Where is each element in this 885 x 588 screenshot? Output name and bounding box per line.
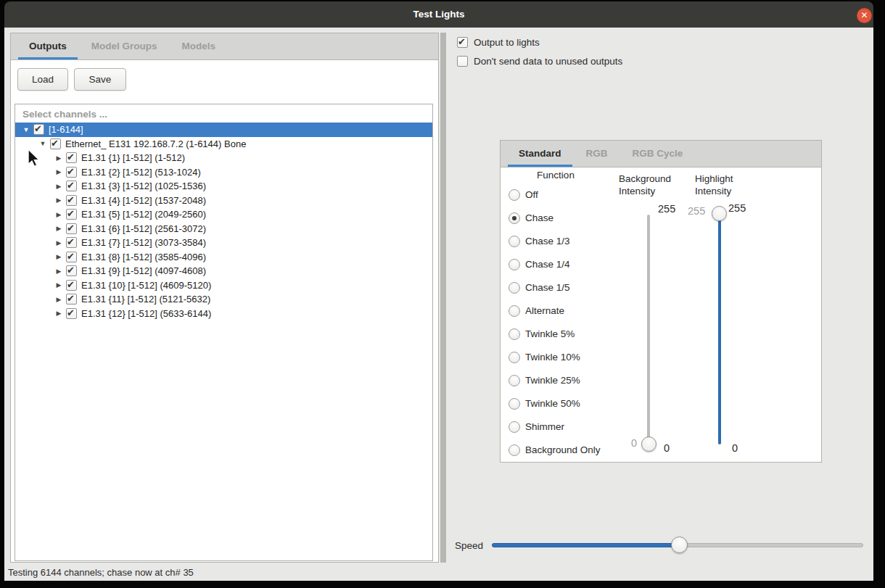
checkbox-unchecked[interactable]	[457, 56, 468, 67]
expander-collapsed-icon[interactable]: ▶	[54, 310, 64, 317]
radio-label: Off	[525, 189, 538, 200]
expander-collapsed-icon[interactable]: ▶	[54, 239, 64, 247]
checkbox-checked[interactable]: ✔	[50, 138, 61, 149]
checkbox-checked[interactable]: ✔	[66, 265, 77, 276]
check-icon: ✔	[67, 166, 75, 177]
radio-alternate[interactable]: Alternate	[509, 305, 564, 317]
expander-collapsed-icon[interactable]: ▶	[54, 196, 64, 204]
background-intensity-slider[interactable]	[647, 215, 650, 445]
expander-collapsed-icon[interactable]: ▶	[54, 281, 64, 289]
tab-model-groups[interactable]: Model Groups	[79, 33, 170, 59]
radio-off[interactable]: Off	[509, 189, 538, 201]
expander-collapsed-icon[interactable]: ▶	[54, 268, 64, 275]
background-intensity-label: Background Intensity	[619, 173, 671, 197]
checkbox-checked[interactable]: ✔	[33, 124, 44, 135]
tab-models[interactable]: Models	[170, 33, 229, 59]
checkbox-checked[interactable]: ✔	[457, 37, 468, 48]
expander-collapsed-icon[interactable]: ▶	[54, 183, 64, 190]
expander-collapsed-icon[interactable]: ▶	[54, 168, 64, 175]
label-line: Intensity	[695, 185, 733, 197]
radio-chase-1-5[interactable]: Chase 1/5	[509, 281, 570, 294]
load-button[interactable]: Load	[17, 68, 68, 91]
checkbox-checked[interactable]: ✔	[66, 294, 77, 305]
expander-expanded-icon[interactable]: ▼	[38, 140, 48, 147]
check-icon: ✔	[458, 36, 466, 47]
tree-row[interactable]: ▶ ✔ E1.31 {4} [1-512] (1537-2048)	[15, 194, 432, 208]
tab-rgb-cycle[interactable]: RGB Cycle	[620, 141, 696, 167]
expander-collapsed-icon[interactable]: ▶	[54, 296, 64, 303]
close-button[interactable]: ✕	[857, 8, 872, 23]
tab-standard[interactable]: Standard	[506, 141, 574, 167]
background-slider-thumb[interactable]	[641, 436, 656, 452]
tree-header: Select channels ...	[15, 104, 432, 123]
tree-row[interactable]: ▶ ✔ E1.31 {12} [1-512] (5633-6144)	[15, 307, 432, 321]
checkbox-checked[interactable]: ✔	[66, 195, 77, 206]
checkbox-checked[interactable]: ✔	[66, 152, 77, 163]
background-slider-min: 0	[664, 442, 670, 454]
check-icon: ✔	[67, 307, 75, 318]
checkbox-checked[interactable]: ✔	[66, 223, 77, 234]
unused-outputs-checkbox[interactable]: Don't send data to unused outputs	[455, 55, 622, 67]
radio-icon	[509, 421, 520, 433]
channel-tree[interactable]: Select channels ... ▼ ✔ [1-6144] ▼ ✔ Eth…	[15, 104, 433, 561]
radio-background-only[interactable]: Background Only	[509, 444, 601, 456]
tree-row[interactable]: ▶ ✔ E1.31 {6} [1-512] (2561-3072)	[15, 222, 432, 236]
radio-shimmer[interactable]: Shimmer	[509, 421, 564, 433]
radio-twinkle-10[interactable]: Twinkle 10%	[509, 351, 580, 363]
tree-row-label: Ethernet_ E131 192.168.7.2 (1-6144) Bone	[65, 138, 246, 149]
radio-chase-1-3[interactable]: Chase 1/3	[509, 235, 570, 247]
checkbox-checked[interactable]: ✔	[66, 237, 77, 248]
expander-collapsed-icon[interactable]: ▶	[54, 211, 64, 218]
tree-row[interactable]: ▶ ✔ E1.31 {1} [1-512] (1-512)	[15, 151, 432, 165]
tree-row[interactable]: ▶ ✔ E1.31 {7} [1-512] (3073-3584)	[15, 236, 432, 250]
label-line: Background	[619, 173, 671, 185]
save-button[interactable]: Save	[74, 68, 126, 91]
radio-icon	[509, 398, 520, 410]
checkbox-checked[interactable]: ✔	[66, 308, 77, 319]
radio-selected-icon	[509, 212, 520, 224]
tree-row-label: [1-6144]	[49, 124, 83, 135]
tree-row[interactable]: ▶ ✔ E1.31 {10} [1-512] (4609-5120)	[15, 278, 432, 293]
tree-row[interactable]: ▶ ✔ E1.31 {11} [1-512] (5121-5632)	[15, 292, 432, 307]
checkbox-checked[interactable]: ✔	[66, 252, 77, 262]
radio-label: Twinkle 50%	[525, 398, 580, 409]
expander-collapsed-icon[interactable]: ▶	[54, 225, 64, 232]
tree-row[interactable]: ▶ ✔ E1.31 {2} [1-512] (513-1024)	[15, 165, 432, 180]
tree-row[interactable]: ▼ ✔ Ethernet_ E131 192.168.7.2 (1-6144) …	[15, 137, 432, 152]
tree-row[interactable]: ▶ ✔ E1.31 {3} [1-512] (1025-1536)	[15, 179, 432, 194]
tab-rgb[interactable]: RGB	[574, 141, 620, 167]
tree-row[interactable]: ▼ ✔ [1-6144]	[15, 123, 432, 137]
window-title: Test Lights	[4, 1, 873, 28]
status-bar-text: Testing 6144 channels; chase now at ch# …	[8, 567, 194, 578]
radio-twinkle-5[interactable]: Twinkle 5%	[509, 328, 575, 340]
tree-row[interactable]: ▶ ✔ E1.31 {5} [1-512] (2049-2560)	[15, 207, 432, 222]
output-to-lights-checkbox[interactable]: ✔ Output to lights	[455, 36, 540, 48]
checkbox-label: Don't send data to unused outputs	[474, 56, 622, 67]
checkbox-checked[interactable]: ✔	[66, 280, 77, 291]
checkbox-checked[interactable]: ✔	[66, 209, 77, 220]
check-icon: ✔	[34, 123, 42, 134]
tab-outputs[interactable]: Outputs	[17, 33, 79, 59]
expander-collapsed-icon[interactable]: ▶	[54, 253, 64, 260]
tree-row-label: E1.31 {4} [1-512] (1537-2048)	[81, 195, 206, 206]
highlight-slider-min: 0	[732, 442, 738, 454]
speed-slider-thumb[interactable]	[671, 537, 688, 553]
expander-expanded-icon[interactable]: ▼	[21, 126, 31, 133]
radio-twinkle-50[interactable]: Twinkle 50%	[509, 397, 580, 410]
checkbox-checked[interactable]: ✔	[66, 181, 77, 191]
highlight-slider-thumb[interactable]	[712, 206, 727, 221]
tree-row-label: E1.31 {10} [1-512] (4609-5120)	[81, 280, 211, 291]
radio-twinkle-25[interactable]: Twinkle 25%	[509, 374, 580, 386]
checkbox-checked[interactable]: ✔	[66, 167, 77, 178]
tree-row[interactable]: ▶ ✔ E1.31 {8} [1-512] (3585-4096)	[15, 250, 432, 265]
tree-row[interactable]: ▶ ✔ E1.31 {9} [1-512] (4097-4608)	[15, 264, 432, 278]
radio-label: Chase 1/5	[525, 282, 570, 293]
highlight-intensity-slider[interactable]	[718, 214, 721, 444]
tree-row-label: E1.31 {12} [1-512] (5633-6144)	[81, 308, 211, 319]
radio-icon	[509, 189, 520, 201]
radio-chase-1-4[interactable]: Chase 1/4	[509, 258, 570, 270]
radio-label: Chase 1/4	[525, 259, 570, 270]
expander-collapsed-icon[interactable]: ▶	[54, 154, 64, 162]
panel-splitter[interactable]	[440, 33, 446, 563]
radio-chase[interactable]: Chase	[509, 212, 553, 224]
